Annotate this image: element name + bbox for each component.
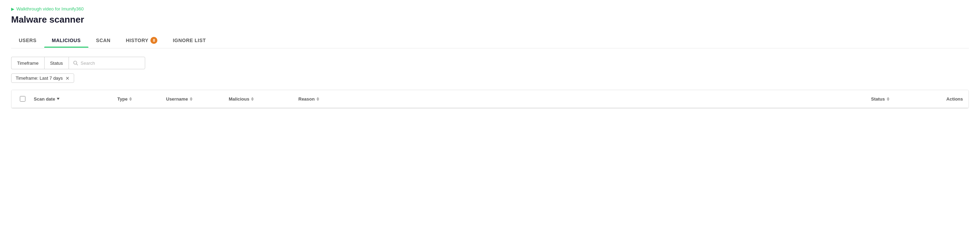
- status-label: Status: [50, 60, 63, 66]
- table-header: Scan date Type Username: [11, 90, 969, 108]
- th-malicious[interactable]: Malicious: [226, 92, 296, 107]
- th-username[interactable]: Username: [163, 92, 226, 107]
- tab-users-label: USERS: [19, 38, 37, 43]
- history-badge: 8: [150, 37, 158, 44]
- select-all-checkbox[interactable]: [20, 96, 25, 102]
- th-type[interactable]: Type: [115, 92, 163, 107]
- timeframe-button[interactable]: Timeframe: [11, 57, 44, 69]
- timeframe-label: Timeframe: [17, 60, 39, 66]
- active-filters: Timeframe: Last 7 days ✕: [11, 73, 969, 83]
- tabs-nav: USERS MALICIOUS SCAN HISTORY 8 IGNORE LI…: [11, 33, 969, 48]
- th-username-label: Username: [166, 96, 188, 102]
- tab-malicious-label: MALICIOUS: [52, 38, 81, 43]
- timeframe-filter-remove[interactable]: ✕: [65, 76, 70, 81]
- reason-sort-icon: [317, 97, 319, 101]
- table-wrapper: Scan date Type Username: [11, 90, 969, 108]
- search-input[interactable]: [81, 60, 141, 66]
- page-title: Malware scanner: [11, 14, 969, 25]
- type-sort-icon: [129, 97, 132, 101]
- select-all-col: [14, 91, 31, 107]
- filters-row: Timeframe Status: [11, 57, 969, 69]
- walkthrough-label: Walkthrough video for Imunify360: [16, 6, 84, 11]
- malicious-sort-icon: [251, 97, 254, 101]
- tab-malicious[interactable]: MALICIOUS: [44, 33, 88, 47]
- tab-users[interactable]: USERS: [11, 33, 44, 47]
- play-icon: ▶: [11, 6, 14, 11]
- th-malicious-label: Malicious: [229, 96, 249, 102]
- svg-line-1: [76, 64, 78, 65]
- th-scan-date[interactable]: Scan date: [31, 92, 115, 107]
- username-sort-icon: [190, 97, 192, 101]
- th-reason-label: Reason: [298, 96, 315, 102]
- tab-ignore-list[interactable]: IGNORE LIST: [165, 33, 213, 47]
- th-status[interactable]: Status: [868, 92, 917, 107]
- tab-ignore-list-label: IGNORE LIST: [173, 38, 206, 43]
- tab-history[interactable]: HISTORY 8: [118, 33, 165, 48]
- status-sort-icon: [887, 97, 889, 101]
- search-wrapper: [68, 57, 145, 69]
- th-status-label: Status: [871, 96, 885, 102]
- search-icon: [73, 60, 78, 65]
- timeframe-filter-tag: Timeframe: Last 7 days ✕: [11, 73, 74, 83]
- tab-scan-label: SCAN: [96, 38, 111, 43]
- tab-history-label: HISTORY: [126, 38, 148, 43]
- timeframe-filter-text: Timeframe: Last 7 days: [16, 76, 63, 81]
- tab-scan[interactable]: SCAN: [88, 33, 118, 47]
- th-actions: Actions: [917, 92, 966, 107]
- th-reason[interactable]: Reason: [296, 92, 868, 107]
- th-actions-label: Actions: [946, 96, 963, 102]
- status-button[interactable]: Status: [44, 57, 68, 69]
- page-wrapper: ▶ Walkthrough video for Imunify360 Malwa…: [0, 0, 980, 108]
- scan-date-sort-icon: [57, 98, 59, 100]
- th-type-label: Type: [117, 96, 127, 102]
- walkthrough-link[interactable]: ▶ Walkthrough video for Imunify360: [11, 6, 969, 11]
- th-scan-date-label: Scan date: [34, 96, 55, 102]
